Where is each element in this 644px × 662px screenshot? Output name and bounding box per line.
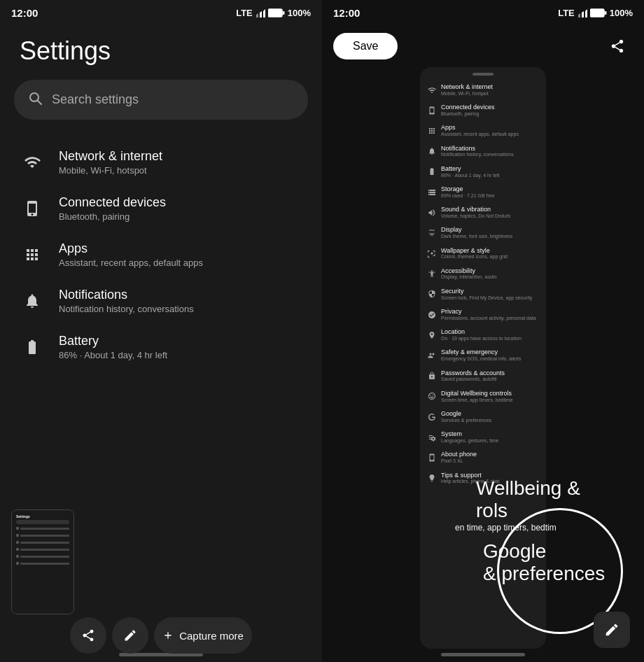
privacy-rsp-icon [427,310,437,320]
rsp-texts-10: SecurityScreen lock, Find My Device, app… [441,288,532,301]
left-signal-icon [255,8,265,17]
svg-line-6 [38,101,41,104]
rsp-subtitle-14: Saved passwords, autofill [441,376,505,382]
rsp-item-notifications[interactable]: NotificationsNotification history, conve… [420,141,546,162]
rsp-texts-0: Network & internetMobile, Wi-Fi, hotspot [441,83,493,97]
rsp-item-sound--vibration[interactable]: Sound & vibrationVolume, haptics, Do Not… [420,202,546,223]
right-lte-icon: LTE [558,8,575,18]
right-status-bar: 12:00 LTE 100% [322,0,644,25]
battery-title: Battery [59,334,167,348]
apps-title: Apps [59,241,203,256]
rsp-subtitle-2: Assistant, recent apps, default apps [441,132,519,137]
rsp-item-privacy[interactable]: PrivacyPermissions, account activity, pe… [420,304,546,325]
rsp-subtitle-16: Services & preferences [441,418,491,423]
settings-item-battery[interactable]: Battery 86% · About 1 day, 4 hr left [7,324,315,370]
rsp-texts-4: Battery86% · About 1 day, 4 hr left [441,165,500,178]
settings-item-notifications[interactable]: Notifications Notification history, conv… [7,278,315,324]
right-nav-indicator [441,653,525,656]
security-rsp-icon [427,289,437,299]
rsp-item-apps[interactable]: AppsAssistant, recent apps, default apps [420,120,546,141]
right-header: Save [322,25,644,67]
rsp-texts-5: Storage89% used · 7.21 GB free [441,185,495,199]
right-edit-fab[interactable] [594,612,630,648]
right-share-button[interactable] [602,31,633,62]
svg-rect-11 [604,11,606,15]
rsp-texts-15: Digital Wellbeing controlsScreen time, a… [441,390,513,403]
devices-rsp-icon [427,106,437,115]
left-panel: 12:00 LTE 100% Settings Search settings [0,0,322,662]
svg-rect-3 [268,9,282,17]
scroll-indicator [472,73,493,76]
rsp-item-system[interactable]: SystemLanguages, gestures, time [420,427,546,447]
rsp-title-1: Connected devices [441,104,495,111]
share-toolbar-button[interactable] [70,617,106,654]
capture-more-label: Capture more [179,630,244,642]
rsp-title-8: Wallpaper & style [441,247,507,255]
rsp-item-accessibility[interactable]: AccessibilityDisplay, interaction, audio [420,264,546,284]
rsp-title-2: Apps [441,124,519,132]
rsp-item-wallpaper--style[interactable]: Wallpaper & styleColors, themed icons, a… [420,244,546,264]
rsp-texts-7: DisplayDark theme, font size, brightness [441,226,512,239]
rsp-item-about-phone[interactable]: About phonePixel 3 XL [420,447,546,467]
rsp-item-safety--emergency[interactable]: Safety & emergencyEmergency SOS, medical… [420,345,546,365]
rsp-texts-1: Connected devicesBluetooth, pairing [441,104,495,117]
left-status-time: 12:00 [11,7,38,19]
right-panel: 12:00 LTE 100% Save Ne [322,0,644,662]
rsp-title-15: Digital Wellbeing controls [441,390,513,397]
rsp-title-19: Tips & support [441,472,500,479]
svg-marker-2 [256,13,258,17]
rsp-item-network--internet[interactable]: Network & internetMobile, Wi-Fi, hotspot [420,80,546,100]
right-settings-container: Network & internetMobile, Wi-Fi, hotspot… [322,67,644,649]
rsp-title-4: Battery [441,165,500,173]
rsp-texts-12: LocationOn · 19 apps have access to loca… [441,328,522,341]
rsp-texts-19: Tips & supportHelp articles, phone & cha… [441,472,500,485]
rsp-subtitle-10: Screen lock, Find My Device, app securit… [441,295,532,301]
left-status-bar: 12:00 LTE 100% [0,0,322,25]
apps-icon [20,242,45,267]
rsp-subtitle-13: Emergency SOS, medical info, alerts [441,356,521,362]
rsp-item-tips--support[interactable]: Tips & supportHelp articles, phone & cha… [420,468,546,488]
connected-title: Connected devices [59,195,166,210]
right-status-time: 12:00 [333,7,360,19]
rsp-item-battery[interactable]: Battery86% · About 1 day, 4 hr left [420,162,546,182]
sound-rsp-icon [427,208,437,218]
rsp-item-google[interactable]: GoogleServices & preferences [420,407,546,427]
thumb-item-3 [16,540,69,545]
rsp-item-storage[interactable]: Storage89% used · 7.21 GB free [420,182,546,202]
connected-subtitle: Bluetooth, pairing [59,211,166,222]
svg-marker-0 [263,9,265,17]
rsp-title-16: Google [441,410,491,418]
rsp-subtitle-6: Volume, haptics, Do Not Disturb [441,213,510,219]
rsp-item-display[interactable]: DisplayDark theme, font size, brightness [420,223,546,243]
rsp-texts-9: AccessibilityDisplay, interaction, audio [441,267,497,281]
passwords-rsp-icon [427,371,437,381]
capture-more-button[interactable]: Capture more [154,617,252,654]
search-icon [28,91,42,108]
rsp-subtitle-11: Permissions, account activity, personal … [441,316,536,321]
rsp-subtitle-8: Colors, themed icons, app grid [441,254,507,260]
rsp-item-location[interactable]: LocationOn · 19 apps have access to loca… [420,325,546,345]
storage-rsp-icon [427,188,437,197]
rsp-item-passwords--accounts[interactable]: Passwords & accountsSaved passwords, aut… [420,366,546,386]
save-button[interactable]: Save [333,33,398,59]
right-status-icons: LTE 100% [558,8,633,18]
settings-item-network[interactable]: Network & internet Mobile, Wi-Fi, hotspo… [7,139,315,185]
rsp-subtitle-15: Screen time, app timers, bedtime [441,397,513,403]
settings-item-connected[interactable]: Connected devices Bluetooth, pairing [7,185,315,232]
right-settings-panel: Network & internetMobile, Wi-Fi, hotspot… [420,67,546,649]
thumb-item-6 [16,561,69,566]
edit-toolbar-button[interactable] [112,617,148,654]
rsp-item-security[interactable]: SecurityScreen lock, Find My Device, app… [420,284,546,304]
svg-point-5 [30,93,38,101]
search-bar[interactable]: Search settings [14,80,308,120]
rsp-title-5: Storage [441,185,495,193]
rsp-item-digital-wellbeing-controls[interactable]: Digital Wellbeing controlsScreen time, a… [420,386,546,407]
svg-marker-1 [260,11,262,17]
rsp-item-connected-devices[interactable]: Connected devicesBluetooth, pairing [420,100,546,120]
settings-item-apps[interactable]: Apps Assistant, recent apps, default app… [7,232,315,278]
rsp-texts-13: Safety & emergencyEmergency SOS, medical… [441,348,521,362]
apps-rsp-icon [427,126,437,136]
connected-icon [20,196,45,221]
rsp-subtitle-18: Pixel 3 XL [441,458,477,464]
rsp-title-0: Network & internet [441,83,493,91]
